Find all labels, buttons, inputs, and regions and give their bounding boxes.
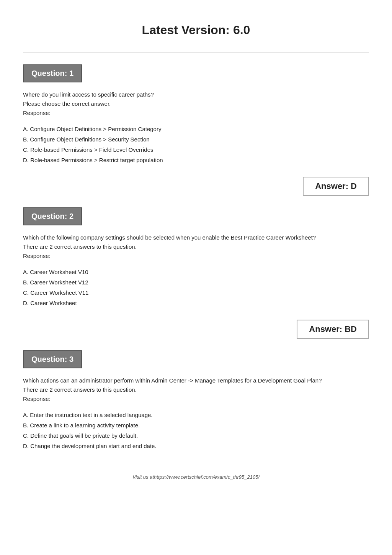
option-2-1: B. Career Worksheet V12 bbox=[23, 277, 369, 287]
option-1-1: B. Configure Object Definitions > Securi… bbox=[23, 134, 369, 144]
answer-container-1: Answer: D bbox=[23, 177, 369, 196]
option-2-3: D. Career Worksheet bbox=[23, 298, 369, 308]
answer-box-1: Answer: D bbox=[303, 177, 369, 196]
options-2: A. Career Worksheet V10B. Career Workshe… bbox=[23, 267, 369, 308]
question-header-2: Question: 2 bbox=[23, 207, 82, 225]
top-divider bbox=[23, 53, 369, 53]
options-1: A. Configure Object Definitions > Permis… bbox=[23, 124, 369, 165]
answer-box-2: Answer: BD bbox=[297, 320, 369, 339]
option-2-2: C. Career Worksheet V11 bbox=[23, 287, 369, 298]
question-block-1: Question: 1Where do you limit access to … bbox=[23, 64, 369, 165]
option-3-0: A. Enter the instruction text in a selec… bbox=[23, 410, 369, 420]
question-text-2: Which of the following company settings … bbox=[23, 233, 369, 261]
question-text-1: Where do you limit access to specific ca… bbox=[23, 90, 369, 118]
question-block-2: Question: 2Which of the following compan… bbox=[23, 207, 369, 308]
question-header-1: Question: 1 bbox=[23, 64, 82, 82]
option-2-0: A. Career Worksheet V10 bbox=[23, 267, 369, 277]
questions-container: Question: 1Where do you limit access to … bbox=[23, 64, 369, 451]
question-text-3: Which actions can an administrator perfo… bbox=[23, 376, 369, 404]
option-3-1: B. Create a link to a learning activity … bbox=[23, 420, 369, 430]
page-title: Latest Version: 6.0 bbox=[23, 23, 369, 37]
footer: Visit us athttps://www.certschief.com/ex… bbox=[23, 474, 369, 480]
option-1-2: C. Role-based Permissions > Field Level … bbox=[23, 144, 369, 155]
option-1-3: D. Role-based Permissions > Restrict tar… bbox=[23, 155, 369, 165]
question-block-3: Question: 3Which actions can an administ… bbox=[23, 350, 369, 451]
options-3: A. Enter the instruction text in a selec… bbox=[23, 410, 369, 451]
question-header-3: Question: 3 bbox=[23, 350, 82, 368]
answer-container-2: Answer: BD bbox=[23, 320, 369, 339]
option-3-3: D. Change the development plan start and… bbox=[23, 441, 369, 451]
option-3-2: C. Define that goals will be private by … bbox=[23, 430, 369, 441]
option-1-0: A. Configure Object Definitions > Permis… bbox=[23, 124, 369, 134]
